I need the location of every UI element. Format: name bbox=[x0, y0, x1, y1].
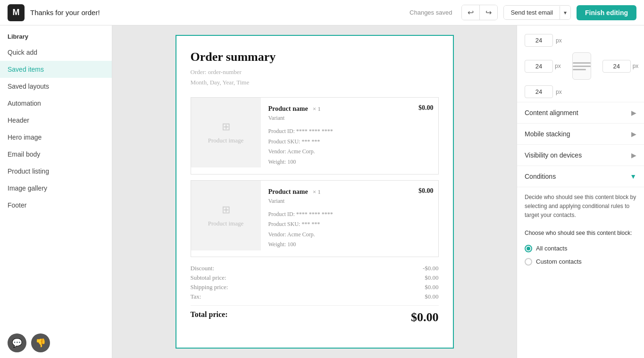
sidebar-item-footer[interactable]: Footer bbox=[0, 197, 112, 214]
canvas-area[interactable]: Order summary Order: order-number Month,… bbox=[112, 25, 517, 358]
all-contacts-radio[interactable] bbox=[525, 245, 532, 252]
order-date-line: Month, Day, Year, Time bbox=[191, 77, 439, 88]
padding-right-input[interactable] bbox=[602, 60, 631, 73]
padding-top-input[interactable] bbox=[525, 34, 553, 47]
content-alignment-chevron: ▶ bbox=[631, 109, 636, 117]
product-meta-2: Product ID: **** **** **** Product SKU: … bbox=[268, 209, 434, 250]
product-image-placeholder-2: ⊞ Product image bbox=[191, 181, 261, 250]
radio-dot-selected bbox=[527, 247, 530, 250]
discount-label: Discount: bbox=[191, 265, 215, 272]
sidebar-item-product-listing[interactable]: Product listing bbox=[0, 163, 112, 180]
product-qty-2: × 1 bbox=[313, 188, 321, 195]
topbar: M Thanks for your order! Changes saved ↩… bbox=[0, 0, 644, 25]
send-test-dropdown-button[interactable]: ▾ bbox=[560, 6, 570, 19]
mobile-stacking-section[interactable]: Mobile stacking ▶ bbox=[517, 123, 644, 144]
subtotal-row: Subtotal price: $0.00 bbox=[191, 274, 439, 282]
send-test-group: Send test email ▾ bbox=[503, 5, 571, 20]
product-variant-1: Variant bbox=[268, 115, 434, 122]
padding-bottom-input[interactable] bbox=[525, 85, 553, 98]
product-variant-2: Variant bbox=[268, 198, 434, 205]
product-qty-1: × 1 bbox=[313, 105, 321, 112]
mobile-stacking-label: Mobile stacking bbox=[525, 130, 570, 138]
all-contacts-radio-row[interactable]: All contacts bbox=[517, 242, 644, 255]
product-row: ⊞ Product image Product name × 1 $0.00 V… bbox=[191, 180, 439, 257]
mobile-stacking-chevron: ▶ bbox=[631, 130, 636, 138]
page-title: Thanks for your order! bbox=[30, 8, 404, 17]
email-content: Order summary Order: order-number Month,… bbox=[176, 36, 453, 341]
conditions-choose-label: Choose who should see this content block… bbox=[517, 226, 644, 242]
redo-button[interactable]: ↪ bbox=[480, 5, 497, 20]
image-icon-2: ⊞ bbox=[222, 204, 230, 216]
feedback-button[interactable]: 👎 bbox=[31, 333, 50, 352]
shipping-value: $0.00 bbox=[425, 283, 438, 291]
tax-value: $0.00 bbox=[425, 293, 438, 300]
custom-contacts-radio[interactable] bbox=[525, 258, 532, 266]
totals-section: Discount: -$0.00 Subtotal price: $0.00 S… bbox=[191, 265, 439, 325]
padding-top-px-label: px bbox=[556, 37, 562, 44]
discount-row: Discount: -$0.00 bbox=[191, 265, 439, 272]
sidebar-item-saved-layouts[interactable]: Saved layouts bbox=[0, 78, 112, 95]
library-heading: Library bbox=[0, 25, 112, 44]
padding-left-px-label: px bbox=[555, 63, 561, 69]
sidebar-item-image-gallery[interactable]: Image gallery bbox=[0, 180, 112, 197]
order-summary-title: Order summary bbox=[191, 50, 439, 64]
padding-bottom-group: px bbox=[517, 82, 644, 102]
align-lines-icon bbox=[573, 62, 591, 70]
alignment-box[interactable] bbox=[572, 52, 591, 80]
product-price-2: $0.00 bbox=[418, 187, 434, 195]
order-meta: Order: order-number Month, Day, Year, Ti… bbox=[191, 67, 439, 88]
visibility-section[interactable]: Visibility on devices ▶ bbox=[517, 144, 644, 166]
total-value: $0.00 bbox=[411, 310, 439, 325]
product-info-1: Product name × 1 $0.00 Variant Product I… bbox=[268, 98, 438, 174]
padding-left-input[interactable] bbox=[525, 60, 553, 73]
sidebar-item-quick-add[interactable]: Quick add bbox=[0, 44, 112, 61]
total-label: Total price: bbox=[191, 310, 228, 325]
app-logo: M bbox=[8, 4, 25, 21]
product-image-placeholder-1: ⊞ Product image bbox=[191, 98, 261, 167]
shipping-label: Shipping price: bbox=[191, 283, 228, 291]
conditions-section-header[interactable]: Conditions ▼ bbox=[517, 166, 644, 187]
sidebar: Library Quick add Saved items Saved layo… bbox=[0, 25, 112, 358]
product-image-label-2: Product image bbox=[208, 220, 243, 227]
sidebar-item-hero-image[interactable]: Hero image bbox=[0, 129, 112, 146]
sidebar-bottom-actions: 💬 👎 bbox=[0, 328, 112, 358]
visibility-chevron: ▶ bbox=[631, 151, 636, 159]
sidebar-item-header[interactable]: Header bbox=[0, 112, 112, 129]
sidebar-item-automation[interactable]: Automation bbox=[0, 95, 112, 112]
product-name-1: Product name bbox=[268, 105, 308, 112]
subtotal-value: $0.00 bbox=[425, 274, 438, 282]
product-name-row-2: Product name × 1 $0.00 bbox=[268, 187, 434, 196]
finish-editing-button[interactable]: Finish editing bbox=[577, 5, 636, 20]
email-template: Order summary Order: order-number Month,… bbox=[176, 35, 454, 349]
conditions-label: Conditions bbox=[525, 173, 556, 180]
product-info-2: Product name × 1 $0.00 Variant Product I… bbox=[268, 181, 438, 257]
product-name-row-1: Product name × 1 $0.00 bbox=[268, 104, 434, 113]
content-alignment-section[interactable]: Content alignment ▶ bbox=[517, 102, 644, 123]
sidebar-item-email-body[interactable]: Email body bbox=[0, 146, 112, 163]
custom-contacts-label: Custom contacts bbox=[536, 258, 582, 265]
tax-row: Tax: $0.00 bbox=[191, 293, 439, 300]
undo-redo-group: ↩ ↪ bbox=[461, 5, 498, 20]
padding-top-group: px bbox=[517, 30, 644, 50]
order-number-line: Order: order-number bbox=[191, 67, 439, 77]
sidebar-item-saved-items[interactable]: Saved items bbox=[0, 61, 112, 78]
all-contacts-label: All contacts bbox=[536, 245, 567, 252]
product-price-1: $0.00 bbox=[418, 104, 434, 112]
chat-button[interactable]: 💬 bbox=[8, 333, 26, 352]
product-image-label-1: Product image bbox=[208, 137, 243, 144]
padding-right-px-label: px bbox=[633, 63, 639, 69]
tax-label: Tax: bbox=[191, 293, 201, 300]
shipping-row: Shipping price: $0.00 bbox=[191, 283, 439, 291]
conditions-description: Decide who should see this content block… bbox=[517, 187, 644, 226]
visibility-label: Visibility on devices bbox=[525, 151, 582, 159]
right-panel: px px px bbox=[517, 25, 644, 358]
discount-value: -$0.00 bbox=[423, 265, 439, 272]
send-test-button[interactable]: Send test email bbox=[504, 6, 560, 19]
product-name-2: Product name bbox=[268, 188, 308, 195]
custom-contacts-radio-row[interactable]: Custom contacts bbox=[517, 255, 644, 268]
subtotal-label: Subtotal price: bbox=[191, 274, 226, 282]
padding-bottom-px-label: px bbox=[556, 89, 562, 95]
save-status: Changes saved bbox=[410, 9, 452, 16]
undo-button[interactable]: ↩ bbox=[462, 5, 480, 20]
right-panel-content: px px px bbox=[517, 25, 644, 273]
